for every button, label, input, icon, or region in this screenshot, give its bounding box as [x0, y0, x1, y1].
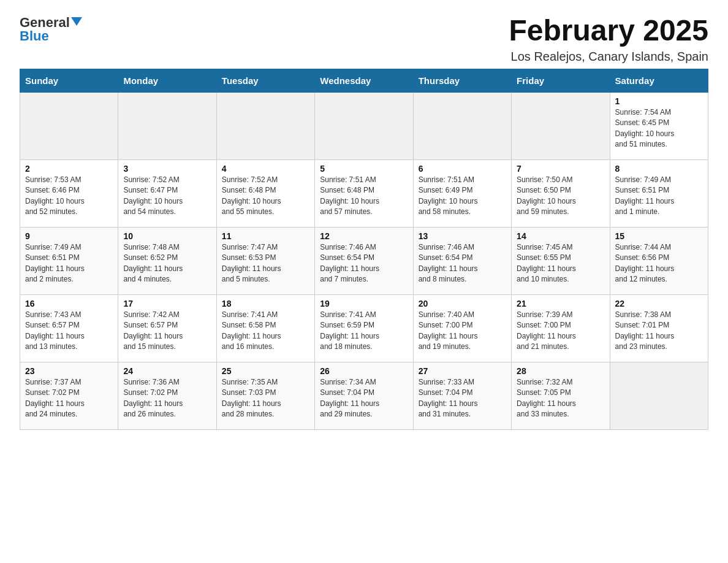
day-header-monday: Monday — [118, 69, 216, 92]
day-info: Sunrise: 7:34 AM Sunset: 7:04 PM Dayligh… — [320, 377, 408, 420]
calendar-week-row: 9Sunrise: 7:49 AM Sunset: 6:51 PM Daylig… — [20, 227, 708, 294]
day-number: 5 — [320, 164, 408, 174]
day-number: 21 — [517, 299, 604, 308]
day-info: Sunrise: 7:53 AM Sunset: 6:46 PM Dayligh… — [25, 175, 113, 218]
day-number: 16 — [25, 299, 113, 308]
day-info: Sunrise: 7:50 AM Sunset: 6:50 PM Dayligh… — [517, 175, 604, 218]
day-number: 1 — [615, 96, 703, 106]
calendar-day-cell — [216, 92, 314, 159]
day-number: 12 — [320, 231, 408, 241]
day-info: Sunrise: 7:47 AM Sunset: 6:53 PM Dayligh… — [222, 242, 309, 285]
day-number: 20 — [419, 299, 506, 308]
calendar-day-cell: 21Sunrise: 7:39 AM Sunset: 7:00 PM Dayli… — [512, 294, 610, 362]
day-info: Sunrise: 7:38 AM Sunset: 7:01 PM Dayligh… — [615, 310, 703, 353]
day-number: 28 — [517, 366, 604, 376]
calendar-day-cell: 9Sunrise: 7:49 AM Sunset: 6:51 PM Daylig… — [20, 227, 118, 294]
day-info: Sunrise: 7:46 AM Sunset: 6:54 PM Dayligh… — [320, 242, 408, 285]
calendar-day-cell: 22Sunrise: 7:38 AM Sunset: 7:01 PM Dayli… — [610, 294, 708, 362]
day-header-friday: Friday — [512, 69, 610, 92]
calendar-week-row: 23Sunrise: 7:37 AM Sunset: 7:02 PM Dayli… — [20, 362, 708, 429]
calendar-title: February 2025 — [509, 15, 708, 47]
day-number: 6 — [419, 164, 506, 174]
calendar-day-cell: 8Sunrise: 7:49 AM Sunset: 6:51 PM Daylig… — [610, 159, 708, 227]
day-number: 14 — [517, 231, 604, 241]
day-info: Sunrise: 7:35 AM Sunset: 7:03 PM Dayligh… — [222, 377, 309, 420]
day-number: 24 — [123, 366, 211, 376]
day-number: 9 — [25, 231, 113, 241]
day-info: Sunrise: 7:41 AM Sunset: 6:58 PM Dayligh… — [222, 310, 309, 353]
logo: General Blue — [20, 15, 82, 44]
calendar-week-row: 1Sunrise: 7:54 AM Sunset: 6:45 PM Daylig… — [20, 92, 708, 159]
day-info: Sunrise: 7:46 AM Sunset: 6:54 PM Dayligh… — [419, 242, 506, 285]
day-info: Sunrise: 7:51 AM Sunset: 6:49 PM Dayligh… — [419, 175, 506, 218]
calendar-header-row: SundayMondayTuesdayWednesdayThursdayFrid… — [20, 69, 708, 92]
day-info: Sunrise: 7:43 AM Sunset: 6:57 PM Dayligh… — [25, 310, 113, 353]
logo-triangle-icon — [71, 17, 82, 26]
day-info: Sunrise: 7:45 AM Sunset: 6:55 PM Dayligh… — [517, 242, 604, 285]
calendar-day-cell — [413, 92, 511, 159]
calendar-day-cell — [512, 92, 610, 159]
logo-blue-text: Blue — [20, 28, 49, 44]
day-number: 23 — [25, 366, 113, 376]
day-info: Sunrise: 7:40 AM Sunset: 7:00 PM Dayligh… — [419, 310, 506, 353]
day-info: Sunrise: 7:41 AM Sunset: 6:59 PM Dayligh… — [320, 310, 408, 353]
day-info: Sunrise: 7:44 AM Sunset: 6:56 PM Dayligh… — [615, 242, 703, 285]
day-number: 25 — [222, 366, 309, 376]
day-info: Sunrise: 7:42 AM Sunset: 6:57 PM Dayligh… — [123, 310, 211, 353]
calendar-day-cell: 18Sunrise: 7:41 AM Sunset: 6:58 PM Dayli… — [216, 294, 314, 362]
calendar-subtitle: Los Realejos, Canary Islands, Spain — [509, 50, 708, 64]
day-number: 13 — [419, 231, 506, 241]
calendar-day-cell: 26Sunrise: 7:34 AM Sunset: 7:04 PM Dayli… — [315, 362, 413, 429]
day-number: 15 — [615, 231, 703, 241]
day-info: Sunrise: 7:39 AM Sunset: 7:00 PM Dayligh… — [517, 310, 604, 353]
day-header-tuesday: Tuesday — [216, 69, 314, 92]
calendar-day-cell: 20Sunrise: 7:40 AM Sunset: 7:00 PM Dayli… — [413, 294, 511, 362]
day-number: 3 — [123, 164, 211, 174]
day-number: 7 — [517, 164, 604, 174]
calendar-day-cell: 13Sunrise: 7:46 AM Sunset: 6:54 PM Dayli… — [413, 227, 511, 294]
day-info: Sunrise: 7:32 AM Sunset: 7:05 PM Dayligh… — [517, 377, 604, 420]
day-info: Sunrise: 7:54 AM Sunset: 6:45 PM Dayligh… — [615, 107, 703, 150]
calendar-day-cell: 14Sunrise: 7:45 AM Sunset: 6:55 PM Dayli… — [512, 227, 610, 294]
day-info: Sunrise: 7:36 AM Sunset: 7:02 PM Dayligh… — [123, 377, 211, 420]
day-info: Sunrise: 7:52 AM Sunset: 6:47 PM Dayligh… — [123, 175, 211, 218]
day-number: 10 — [123, 231, 211, 241]
calendar-day-cell: 16Sunrise: 7:43 AM Sunset: 6:57 PM Dayli… — [20, 294, 118, 362]
calendar-day-cell: 15Sunrise: 7:44 AM Sunset: 6:56 PM Dayli… — [610, 227, 708, 294]
calendar-day-cell: 10Sunrise: 7:48 AM Sunset: 6:52 PM Dayli… — [118, 227, 216, 294]
day-header-sunday: Sunday — [20, 69, 118, 92]
day-header-saturday: Saturday — [610, 69, 708, 92]
calendar-week-row: 2Sunrise: 7:53 AM Sunset: 6:46 PM Daylig… — [20, 159, 708, 227]
calendar-day-cell: 3Sunrise: 7:52 AM Sunset: 6:47 PM Daylig… — [118, 159, 216, 227]
calendar-day-cell — [20, 92, 118, 159]
page-header: General Blue February 2025 Los Realejos,… — [20, 15, 708, 64]
day-number: 11 — [222, 231, 309, 241]
calendar-day-cell — [118, 92, 216, 159]
day-info: Sunrise: 7:49 AM Sunset: 6:51 PM Dayligh… — [615, 175, 703, 218]
calendar-day-cell: 6Sunrise: 7:51 AM Sunset: 6:49 PM Daylig… — [413, 159, 511, 227]
day-header-thursday: Thursday — [413, 69, 511, 92]
day-info: Sunrise: 7:37 AM Sunset: 7:02 PM Dayligh… — [25, 377, 113, 420]
calendar-day-cell: 1Sunrise: 7:54 AM Sunset: 6:45 PM Daylig… — [610, 92, 708, 159]
calendar-day-cell: 12Sunrise: 7:46 AM Sunset: 6:54 PM Dayli… — [315, 227, 413, 294]
calendar-day-cell: 17Sunrise: 7:42 AM Sunset: 6:57 PM Dayli… — [118, 294, 216, 362]
calendar-day-cell: 7Sunrise: 7:50 AM Sunset: 6:50 PM Daylig… — [512, 159, 610, 227]
day-number: 26 — [320, 366, 408, 376]
calendar-day-cell: 19Sunrise: 7:41 AM Sunset: 6:59 PM Dayli… — [315, 294, 413, 362]
day-number: 8 — [615, 164, 703, 174]
day-info: Sunrise: 7:52 AM Sunset: 6:48 PM Dayligh… — [222, 175, 309, 218]
day-number: 2 — [25, 164, 113, 174]
calendar-week-row: 16Sunrise: 7:43 AM Sunset: 6:57 PM Dayli… — [20, 294, 708, 362]
calendar-day-cell — [610, 362, 708, 429]
day-number: 19 — [320, 299, 408, 308]
calendar-day-cell: 28Sunrise: 7:32 AM Sunset: 7:05 PM Dayli… — [512, 362, 610, 429]
day-number: 18 — [222, 299, 309, 308]
calendar-day-cell: 27Sunrise: 7:33 AM Sunset: 7:04 PM Dayli… — [413, 362, 511, 429]
calendar-day-cell: 11Sunrise: 7:47 AM Sunset: 6:53 PM Dayli… — [216, 227, 314, 294]
calendar-day-cell — [315, 92, 413, 159]
day-info: Sunrise: 7:33 AM Sunset: 7:04 PM Dayligh… — [419, 377, 506, 420]
calendar-day-cell: 4Sunrise: 7:52 AM Sunset: 6:48 PM Daylig… — [216, 159, 314, 227]
day-number: 4 — [222, 164, 309, 174]
day-number: 27 — [419, 366, 506, 376]
calendar-day-cell: 2Sunrise: 7:53 AM Sunset: 6:46 PM Daylig… — [20, 159, 118, 227]
